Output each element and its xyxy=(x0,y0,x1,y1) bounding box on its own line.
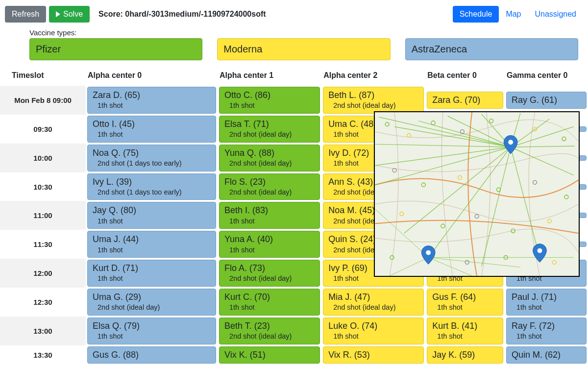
timeslot-cell: 11:00 xyxy=(0,201,86,230)
appointment-name: Ray G. (61) xyxy=(512,94,581,106)
appointment-sub: 1th shot xyxy=(432,303,498,313)
svg-point-46 xyxy=(426,250,431,255)
appointment-sub: 2nd shot (ideal day) xyxy=(93,303,211,313)
appointment-card[interactable]: Kurt B. (41)1th shot xyxy=(427,318,503,344)
timeslot-cell: 12:00 xyxy=(0,259,86,288)
appointment-name: Gus G. (88) xyxy=(93,349,211,361)
appointment-name: Vix K. (51) xyxy=(224,349,315,361)
map-overlay[interactable] xyxy=(374,111,580,277)
appointment-name: Mia J. (47) xyxy=(328,291,418,303)
appointment-sub: 1th shot xyxy=(93,130,211,140)
appointment-card[interactable]: Kurt D. (71)1th shot xyxy=(87,260,216,287)
tab-schedule[interactable]: Schedule xyxy=(453,6,499,23)
appointment-card[interactable]: Uma J. (44)1th shot xyxy=(87,231,216,258)
appointment-card[interactable]: Zara D. (65)1th shot xyxy=(87,87,216,114)
appointment-name: Paul J. (71) xyxy=(512,291,581,303)
appointment-sub: 1th shot xyxy=(328,332,418,342)
col-beta-0: Beta center 0 xyxy=(425,67,505,86)
appointment-card[interactable]: Ivy L. (39)2nd shot (1 days too early) xyxy=(87,173,216,200)
appointment-card[interactable]: Ray G. (61) xyxy=(506,92,587,109)
appointment-name: Luke O. (74) xyxy=(328,320,418,332)
appointment-sub: 2nd shot (ideal day) xyxy=(224,159,315,169)
toolbar: Refresh Solve Score: 0hard/-3013medium/-… xyxy=(0,0,588,28)
appointment-card[interactable]: Mia J. (47)2nd shot (ideal day) xyxy=(323,289,424,316)
appointment-name: Ray F. (72) xyxy=(512,320,581,332)
appointment-sub: 2nd shot (1 days too early) xyxy=(93,188,211,197)
appointment-card[interactable]: Vix R. (53) xyxy=(323,346,424,364)
timeslot-cell: 11:30 xyxy=(0,230,86,259)
appointment-name: Jay K. (59) xyxy=(432,349,498,361)
appointment-card[interactable]: Yuna A. (40)1th shot xyxy=(219,231,320,258)
timeslot-cell: 10:30 xyxy=(0,172,86,201)
appointment-name: Elsa T. (71) xyxy=(224,118,315,130)
table-row: 13:00Elsa Q. (79)1th shotBeth T. (23)2nd… xyxy=(0,317,588,345)
appointment-name: Noa Q. (75) xyxy=(93,147,211,159)
appointment-sub: 1th shot xyxy=(224,101,315,111)
play-icon xyxy=(56,11,60,17)
appointment-name: Kurt C. (70) xyxy=(224,291,315,303)
appointment-sub: 2nd shot (ideal day) xyxy=(224,188,315,197)
appointment-card[interactable]: Otto C. (86)1th shot xyxy=(219,87,320,114)
tab-map[interactable]: Map xyxy=(499,6,528,23)
appointment-name: Beth L. (87) xyxy=(328,89,418,101)
appointment-sub: 1th shot xyxy=(512,332,581,342)
appointment-card[interactable]: Jay Q. (80)1th shot xyxy=(87,202,216,229)
timeslot-cell: 13:30 xyxy=(0,345,86,365)
appointment-card[interactable]: Flo A. (73)2nd shot (ideal day) xyxy=(219,260,320,287)
appointment-sub: 2nd shot (ideal day) xyxy=(328,101,418,111)
solve-button[interactable]: Solve xyxy=(49,6,90,23)
table-row: Mon Feb 8 09:00Zara D. (65)1th shotOtto … xyxy=(0,86,588,115)
tab-unassigned[interactable]: Unassigned xyxy=(528,6,584,23)
appointment-card[interactable]: Elsa Q. (79)1th shot xyxy=(87,318,216,344)
timeslot-cell: Mon Feb 8 09:00 xyxy=(0,86,86,115)
appointment-name: Gus F. (64) xyxy=(432,291,498,303)
appointment-card[interactable]: Beth T. (23)2nd shot (ideal day) xyxy=(219,318,320,344)
appointment-card[interactable]: Luke O. (74)1th shot xyxy=(323,318,424,344)
appointment-card[interactable]: Gus F. (64)1th shot xyxy=(427,289,503,316)
vaccine-types-label: Vaccine types: xyxy=(29,28,578,37)
solve-label: Solve xyxy=(63,10,83,19)
appointment-sub: 2nd shot (1 days too early) xyxy=(93,159,211,169)
appointment-name: Zara D. (65) xyxy=(93,89,211,101)
appointment-name: Elsa Q. (79) xyxy=(93,320,211,332)
appointment-card[interactable]: Elsa T. (71)2nd shot (ideal day) xyxy=(219,116,320,143)
appointment-sub: 1th shot xyxy=(224,245,315,255)
appointment-name: Flo A. (73) xyxy=(224,262,315,274)
score-text: Score: 0hard/-3013medium/-11909724000sof… xyxy=(98,10,266,19)
table-row: 12:30Uma G. (29)2nd shot (ideal day)Kurt… xyxy=(0,288,588,317)
appointment-card[interactable]: Otto I. (45)1th shot xyxy=(87,116,216,143)
appointment-card[interactable]: Beth I. (83)1th shot xyxy=(219,202,320,229)
appointment-card[interactable]: Paul J. (71)1th shot xyxy=(506,289,587,316)
appointment-sub: 2nd shot (ideal day) xyxy=(224,274,315,284)
appointment-card[interactable]: Jay K. (59) xyxy=(427,346,503,364)
svg-point-47 xyxy=(538,248,542,253)
nav-tabs: Schedule Map Unassigned xyxy=(453,6,583,23)
appointment-card[interactable]: Zara G. (70) xyxy=(427,92,503,109)
timeslot-cell: 10:00 xyxy=(0,144,86,172)
timeslot-cell: 13:00 xyxy=(0,317,86,345)
appointment-card[interactable]: Yuna Q. (88)2nd shot (ideal day) xyxy=(219,145,320,172)
appointment-sub: 1th shot xyxy=(432,332,498,342)
appointment-card[interactable]: Flo S. (23)2nd shot (ideal day) xyxy=(219,173,320,200)
appointment-card[interactable]: Uma G. (29)2nd shot (ideal day) xyxy=(87,289,216,316)
appointment-name: Vix R. (53) xyxy=(328,349,418,361)
appointment-name: Quin M. (62) xyxy=(512,349,581,361)
appointment-sub: 1th shot xyxy=(512,303,581,313)
appointment-sub: 2nd shot (ideal day) xyxy=(328,303,418,313)
appointment-card[interactable]: Vix K. (51) xyxy=(219,346,320,364)
appointment-card[interactable]: Gus G. (88) xyxy=(87,346,216,364)
timeslot-cell: 12:30 xyxy=(0,288,86,317)
col-timeslot: Timeslot xyxy=(0,67,86,86)
appointment-name: Yuna Q. (88) xyxy=(224,147,315,159)
appointment-card[interactable]: Beth L. (87)2nd shot (ideal day) xyxy=(323,87,424,114)
appointment-card[interactable]: Kurt C. (70)1th shot xyxy=(219,289,320,316)
vaccine-types-row: Vaccine types: Pfizer Moderna AstraZenec… xyxy=(0,28,588,63)
appointment-name: Kurt B. (41) xyxy=(432,320,498,332)
table-row: 13:30Gus G. (88)Vix K. (51)Vix R. (53)Ja… xyxy=(0,345,588,365)
vaccine-pfizer: Pfizer xyxy=(29,38,202,60)
appointment-card[interactable]: Quin M. (62) xyxy=(506,346,587,364)
appointment-card[interactable]: Ray F. (72)1th shot xyxy=(506,318,587,344)
appointment-sub: 1th shot xyxy=(93,274,211,284)
appointment-card[interactable]: Noa Q. (75)2nd shot (1 days too early) xyxy=(87,145,216,172)
refresh-button[interactable]: Refresh xyxy=(5,6,46,23)
